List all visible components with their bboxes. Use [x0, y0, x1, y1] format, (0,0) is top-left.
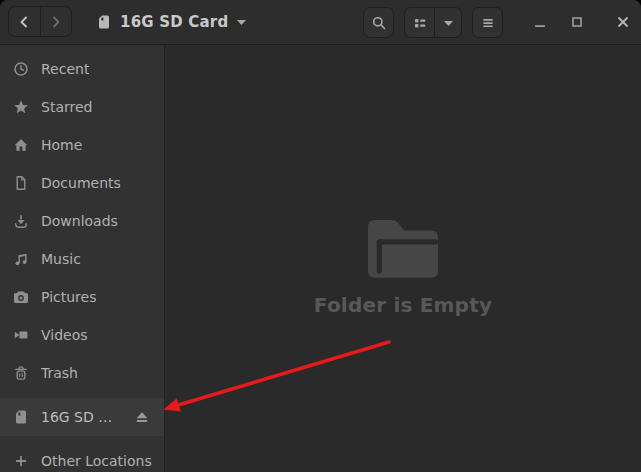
chevron-left-icon — [17, 15, 31, 29]
sidebar-item-other-locations[interactable]: Other Locations — [0, 442, 164, 472]
sidebar-item-label: Pictures — [41, 289, 96, 305]
sidebar-item-trash[interactable]: Trash — [0, 354, 164, 392]
headerbar: 16G SD Card — [0, 0, 641, 45]
maximize-icon — [569, 14, 585, 30]
chevron-right-icon — [49, 15, 63, 29]
history-nav-group — [8, 6, 72, 37]
sidebar-item-home[interactable]: Home — [0, 126, 164, 164]
view-list-button[interactable] — [405, 8, 434, 37]
folder-icon — [361, 213, 445, 283]
plus-icon — [13, 453, 29, 469]
menu-button[interactable] — [472, 7, 503, 38]
minimize-icon — [532, 14, 548, 30]
sidebar-item-label: Documents — [41, 175, 121, 191]
sidebar-item-music[interactable]: Music — [0, 240, 164, 278]
sidebar-item-label: Home — [41, 137, 82, 153]
sidebar: Recent Starred Home Documents — [0, 45, 165, 472]
minimize-button[interactable] — [528, 0, 552, 44]
forward-button[interactable] — [40, 7, 72, 36]
sidebar-item-videos[interactable]: Videos — [0, 316, 164, 354]
sidebar-item-label: Recent — [41, 61, 89, 77]
document-icon — [13, 175, 29, 191]
view-toggle-split-button — [404, 7, 462, 38]
camera-icon — [13, 289, 29, 305]
sidebar-item-label: Music — [41, 251, 81, 267]
sd-card-icon — [13, 409, 29, 425]
chevron-down-icon — [236, 18, 247, 26]
sidebar-item-label: Trash — [41, 365, 78, 381]
clock-icon — [13, 61, 29, 77]
sidebar-item-label: Downloads — [41, 213, 118, 229]
page-title: 16G SD Card — [120, 13, 228, 31]
view-options-button[interactable] — [434, 8, 461, 37]
sidebar-item-label: Other Locations — [41, 453, 152, 469]
sidebar-item-recent[interactable]: Recent — [0, 50, 164, 88]
eject-icon[interactable] — [134, 409, 150, 425]
video-icon — [13, 327, 29, 343]
back-button[interactable] — [9, 7, 40, 36]
search-icon — [371, 15, 387, 31]
sidebar-item-pictures[interactable]: Pictures — [0, 278, 164, 316]
window-body: Recent Starred Home Documents — [0, 45, 641, 472]
empty-folder-message: Folder is Empty — [314, 293, 492, 317]
maximize-button[interactable] — [565, 0, 589, 44]
close-button[interactable] — [611, 0, 635, 44]
sidebar-item-label: 16G SD Ca… — [41, 409, 122, 425]
star-icon — [13, 99, 29, 115]
sd-card-icon — [96, 14, 112, 30]
search-button[interactable] — [363, 7, 394, 38]
download-icon — [13, 213, 29, 229]
trash-icon — [13, 365, 29, 381]
nautilus-window: 16G SD Card — [0, 0, 641, 472]
sidebar-item-documents[interactable]: Documents — [0, 164, 164, 202]
location-title[interactable]: 16G SD Card — [96, 0, 247, 44]
sidebar-item-sd-card[interactable]: 16G SD Ca… — [0, 398, 164, 436]
sidebar-item-label: Starred — [41, 99, 92, 115]
folder-content-area: Folder is Empty — [165, 45, 641, 472]
chevron-down-icon — [443, 19, 454, 27]
music-note-icon — [13, 251, 29, 267]
sidebar-item-starred[interactable]: Starred — [0, 88, 164, 126]
home-icon — [13, 137, 29, 153]
sidebar-item-downloads[interactable]: Downloads — [0, 202, 164, 240]
list-view-icon — [412, 15, 428, 31]
hamburger-menu-icon — [480, 15, 496, 31]
sidebar-item-label: Videos — [41, 327, 88, 343]
close-icon — [615, 14, 631, 30]
